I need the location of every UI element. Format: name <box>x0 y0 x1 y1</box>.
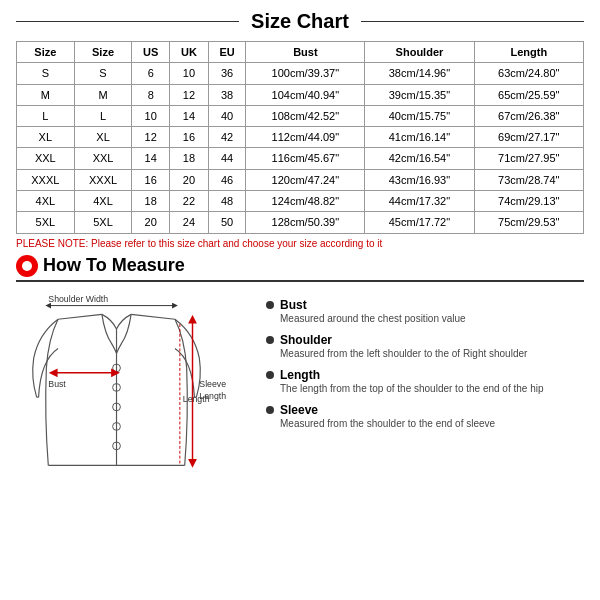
table-cell-4-7: 71cm/27.95" <box>474 148 583 169</box>
measure-content: ShoulderMeasured from the left shoulder … <box>280 333 527 360</box>
svg-text:Length: Length <box>183 394 210 404</box>
measure-title: Bust <box>280 298 466 312</box>
table-cell-6-2: 18 <box>132 191 170 212</box>
table-cell-5-0: XXXL <box>17 169 75 190</box>
table-cell-0-5: 100cm/39.37" <box>246 63 365 84</box>
table-header-row: Size Size US UK EU Bust Shoulder Length <box>17 42 584 63</box>
page-title: Size Chart <box>239 10 361 33</box>
table-cell-6-5: 124cm/48.82" <box>246 191 365 212</box>
table-cell-1-7: 65cm/25.59" <box>474 84 583 105</box>
table-cell-4-5: 116cm/45.67" <box>246 148 365 169</box>
table-cell-5-7: 73cm/28.74" <box>474 169 583 190</box>
table-cell-7-7: 75cm/29.53" <box>474 212 583 233</box>
table-cell-1-5: 104cm/40.94" <box>246 84 365 105</box>
table-cell-4-2: 14 <box>132 148 170 169</box>
table-cell-7-4: 50 <box>208 212 246 233</box>
table-cell-0-3: 10 <box>170 63 209 84</box>
table-cell-3-2: 12 <box>132 127 170 148</box>
col-header-bust: Bust <box>246 42 365 63</box>
svg-line-3 <box>131 314 175 319</box>
measure-content: LengthThe length from the top of the sho… <box>280 368 544 395</box>
table-cell-1-6: 39cm/15.35" <box>365 84 474 105</box>
table-cell-5-5: 120cm/47.24" <box>246 169 365 190</box>
table-row: XXXLXXXL162046120cm/47.24"43cm/16.93"73c… <box>17 169 584 190</box>
svg-line-2 <box>58 314 102 319</box>
table-cell-0-0: S <box>17 63 75 84</box>
svg-text:Shoulder Width: Shoulder Width <box>48 293 108 303</box>
measure-desc: Measured from the left shoulder to the o… <box>280 347 527 360</box>
table-cell-0-6: 38cm/14.96" <box>365 63 474 84</box>
table-cell-6-6: 44cm/17.32" <box>365 191 474 212</box>
table-cell-7-2: 20 <box>132 212 170 233</box>
table-row: LL101440108cm/42.52"40cm/15.75"67cm/26.3… <box>17 105 584 126</box>
measure-item-2: LengthThe length from the top of the sho… <box>266 368 584 395</box>
table-cell-3-4: 42 <box>208 127 246 148</box>
table-row: XLXL121642112cm/44.09"41cm/16.14"69cm/27… <box>17 127 584 148</box>
page: Size Chart Size Size US UK EU Bust Shoul… <box>0 0 600 600</box>
size-note: PLEASE NOTE: Please refer to this size c… <box>16 238 584 249</box>
table-cell-4-4: 44 <box>208 148 246 169</box>
table-cell-5-6: 43cm/16.93" <box>365 169 474 190</box>
svg-text:Sleeve: Sleeve <box>199 379 226 389</box>
table-cell-6-3: 22 <box>170 191 209 212</box>
table-cell-7-0: 5XL <box>17 212 75 233</box>
measure-title: Sleeve <box>280 403 495 417</box>
measure-content: BustMeasured around the chest position v… <box>280 298 466 325</box>
table-cell-2-3: 14 <box>170 105 209 126</box>
col-header-size2: Size <box>74 42 132 63</box>
table-cell-4-3: 18 <box>170 148 209 169</box>
col-header-shoulder: Shoulder <box>365 42 474 63</box>
table-cell-4-6: 42cm/16.54" <box>365 148 474 169</box>
diagram-svg: Shoulder Width <box>16 290 256 480</box>
table-cell-0-4: 36 <box>208 63 246 84</box>
table-cell-1-4: 38 <box>208 84 246 105</box>
jacket-diagram: Shoulder Width <box>16 290 256 590</box>
col-header-us: US <box>132 42 170 63</box>
measure-desc: Measured around the chest position value <box>280 312 466 325</box>
svg-text:Bust: Bust <box>48 379 66 389</box>
table-cell-7-5: 128cm/50.39" <box>246 212 365 233</box>
measure-item-3: SleeveMeasured from the shoulder to the … <box>266 403 584 430</box>
table-cell-7-3: 24 <box>170 212 209 233</box>
table-cell-2-6: 40cm/15.75" <box>365 105 474 126</box>
table-cell-3-3: 16 <box>170 127 209 148</box>
table-cell-0-1: S <box>74 63 132 84</box>
how-to-section-header: How To Measure <box>16 255 584 282</box>
table-cell-3-5: 112cm/44.09" <box>246 127 365 148</box>
table-cell-3-7: 69cm/27.17" <box>474 127 583 148</box>
table-cell-2-1: L <box>74 105 132 126</box>
table-cell-0-2: 6 <box>132 63 170 84</box>
measure-list: BustMeasured around the chest position v… <box>266 290 584 590</box>
table-cell-5-1: XXXL <box>74 169 132 190</box>
table-cell-3-1: XL <box>74 127 132 148</box>
bullet-icon <box>266 301 274 309</box>
table-cell-6-0: 4XL <box>17 191 75 212</box>
size-table: Size Size US UK EU Bust Shoulder Length … <box>16 41 584 234</box>
table-cell-5-3: 20 <box>170 169 209 190</box>
table-cell-6-7: 74cm/29.13" <box>474 191 583 212</box>
table-row: 5XL5XL202450128cm/50.39"45cm/17.72"75cm/… <box>17 212 584 233</box>
circle-icon-inner <box>22 261 32 271</box>
table-cell-2-5: 108cm/42.52" <box>246 105 365 126</box>
table-cell-2-2: 10 <box>132 105 170 126</box>
circle-icon <box>16 255 38 277</box>
table-cell-7-6: 45cm/17.72" <box>365 212 474 233</box>
title-line-left <box>16 21 239 22</box>
table-row: XXLXXL141844116cm/45.67"42cm/16.54"71cm/… <box>17 148 584 169</box>
table-cell-3-6: 41cm/16.14" <box>365 127 474 148</box>
bullet-icon <box>266 406 274 414</box>
table-cell-3-0: XL <box>17 127 75 148</box>
col-header-eu: EU <box>208 42 246 63</box>
measure-desc: Measured from the shoulder to the end of… <box>280 417 495 430</box>
measure-title: Shoulder <box>280 333 527 347</box>
bullet-icon <box>266 371 274 379</box>
col-header-uk: UK <box>170 42 209 63</box>
table-cell-0-7: 63cm/24.80" <box>474 63 583 84</box>
measure-title: Length <box>280 368 544 382</box>
measure-item-0: BustMeasured around the chest position v… <box>266 298 584 325</box>
table-row: SS61036100cm/39.37"38cm/14.96"63cm/24.80… <box>17 63 584 84</box>
table-cell-2-7: 67cm/26.38" <box>474 105 583 126</box>
table-row: MM81238104cm/40.94"39cm/15.35"65cm/25.59… <box>17 84 584 105</box>
measure-content: SleeveMeasured from the shoulder to the … <box>280 403 495 430</box>
table-cell-4-0: XXL <box>17 148 75 169</box>
